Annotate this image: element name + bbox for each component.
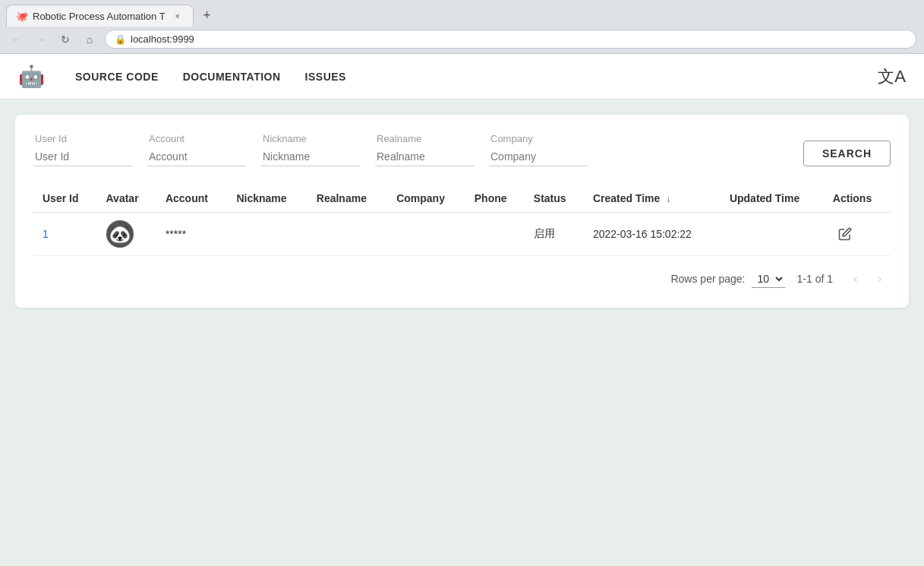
- nickname-field: Nickname: [261, 133, 360, 166]
- home-button[interactable]: ⌂: [80, 30, 99, 49]
- cell-updated-time: [721, 213, 824, 256]
- cell-status: 启用: [525, 213, 584, 256]
- avatar: 🐼: [106, 220, 134, 248]
- reload-button[interactable]: ↻: [56, 30, 74, 49]
- user-id-label: User Id: [33, 133, 132, 144]
- col-account: Account: [156, 185, 228, 213]
- documentation-link[interactable]: DOCUMENTATION: [183, 68, 281, 86]
- cell-created-time: 2022-03-16 15:02:22: [584, 213, 721, 256]
- nav-links: SOURCE CODE DOCUMENTATION ISSUES: [75, 68, 853, 86]
- next-page-button[interactable]: ›: [869, 268, 891, 289]
- col-nickname: Nickname: [227, 185, 307, 213]
- cell-avatar: 🐼: [97, 213, 156, 256]
- forward-button[interactable]: →: [32, 30, 50, 49]
- sort-desc-icon: ↓: [666, 194, 670, 204]
- col-updated-time: Updated Time: [721, 185, 824, 213]
- rows-per-page-select[interactable]: 5 10 25 50: [752, 270, 785, 288]
- cell-nickname: [227, 213, 307, 256]
- cell-company: [387, 213, 465, 256]
- app-logo: 🤖: [18, 64, 45, 89]
- data-card: User Id Account Nickname Realname Compan…: [15, 115, 909, 308]
- pagination-row: Rows per page: 5 10 25 50 1-1 of 1 ‹ ›: [33, 256, 891, 289]
- cell-phone: [465, 213, 525, 256]
- col-avatar: Avatar: [97, 185, 156, 213]
- source-code-link[interactable]: SOURCE CODE: [75, 68, 159, 86]
- tab-favicon: 🐙: [16, 11, 27, 21]
- issues-link[interactable]: ISSUES: [305, 68, 346, 86]
- avatar-emoji: 🐼: [109, 223, 131, 245]
- new-tab-button[interactable]: +: [197, 5, 218, 27]
- user-id-input[interactable]: [33, 147, 132, 166]
- cell-actions: [824, 213, 891, 256]
- data-table: User Id Avatar Account Nickname Realname…: [33, 185, 891, 256]
- tab-bar: 🐙 Robotic Process Automation T × +: [0, 0, 924, 27]
- realname-input[interactable]: [375, 147, 474, 166]
- address-bar-row: ← → ↻ ⌂ 🔒 localhost:9999: [0, 27, 924, 53]
- lock-icon: 🔒: [115, 34, 126, 45]
- tab-title: Robotic Process Automation T: [33, 11, 166, 22]
- active-tab[interactable]: 🐙 Robotic Process Automation T ×: [6, 5, 194, 27]
- main-content: User Id Account Nickname Realname Compan…: [0, 100, 924, 323]
- prev-page-button[interactable]: ‹: [845, 268, 866, 289]
- col-created-time[interactable]: Created Time ↓: [584, 185, 721, 213]
- user-id-field: User Id: [33, 133, 132, 166]
- account-label: Account: [147, 133, 246, 144]
- app-header: 🤖 SOURCE CODE DOCUMENTATION ISSUES 文A: [0, 54, 924, 100]
- company-input[interactable]: [489, 147, 588, 166]
- page-nav: ‹ ›: [845, 268, 891, 289]
- search-button[interactable]: SEARCH: [803, 141, 891, 166]
- cell-user-id: 1: [33, 213, 97, 256]
- col-actions: Actions: [824, 185, 891, 213]
- address-bar[interactable]: 🔒 localhost:9999: [105, 30, 916, 49]
- nickname-label: Nickname: [261, 133, 360, 144]
- url-text: localhost:9999: [131, 33, 194, 45]
- tab-close-button[interactable]: ×: [172, 10, 184, 22]
- realname-field: Realname: [375, 133, 474, 166]
- filter-row: User Id Account Nickname Realname Compan…: [33, 133, 891, 166]
- col-company: Company: [387, 185, 465, 213]
- table-header: User Id Avatar Account Nickname Realname…: [33, 185, 891, 213]
- company-label: Company: [489, 133, 588, 144]
- rows-per-page: Rows per page: 5 10 25 50: [670, 270, 784, 288]
- cell-account: *****: [156, 213, 228, 256]
- edit-action-button[interactable]: [833, 222, 857, 246]
- back-button[interactable]: ←: [8, 30, 26, 49]
- table-body: 1 🐼 ***** 启用 2022-03-16 15:02:22: [33, 213, 891, 256]
- col-user-id: User Id: [33, 185, 97, 213]
- company-field: Company: [489, 133, 588, 166]
- cell-realname: [307, 213, 387, 256]
- nickname-input[interactable]: [261, 147, 360, 166]
- col-realname: Realname: [307, 185, 387, 213]
- realname-label: Realname: [375, 133, 474, 144]
- translate-icon[interactable]: 文A: [878, 65, 906, 88]
- rows-per-page-label: Rows per page:: [670, 273, 745, 285]
- browser-chrome: 🐙 Robotic Process Automation T × + ← → ↻…: [0, 0, 924, 54]
- page-info: 1-1 of 1: [797, 273, 833, 285]
- col-status: Status: [525, 185, 584, 213]
- col-phone: Phone: [465, 185, 525, 213]
- table-row: 1 🐼 ***** 启用 2022-03-16 15:02:22: [33, 213, 891, 256]
- account-field: Account: [147, 133, 246, 166]
- account-input[interactable]: [147, 147, 246, 166]
